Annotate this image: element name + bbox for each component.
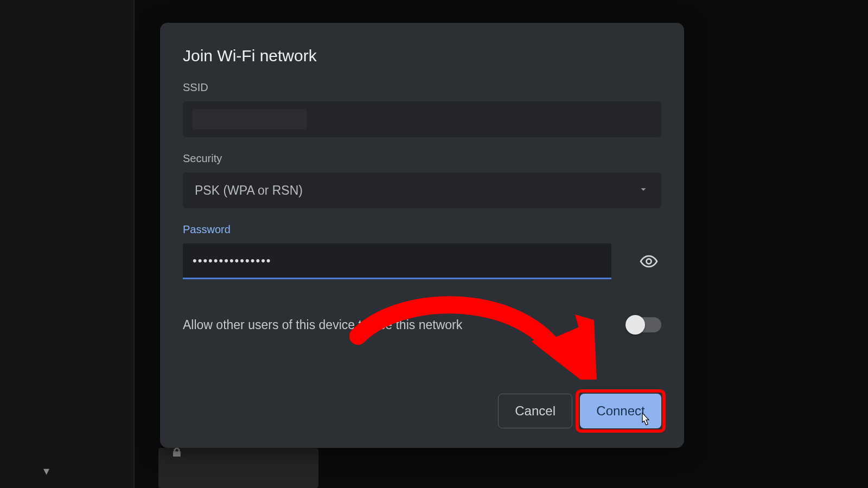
chevron-down-icon: ▾ [43, 464, 49, 478]
ssid-redacted-value [193, 109, 307, 130]
ssid-input[interactable] [183, 101, 661, 137]
connect-button-label: Connect [596, 403, 644, 419]
background-sidebar [0, 0, 135, 488]
join-wifi-dialog: Join Wi-Fi network SSID Security PSK (WP… [160, 23, 684, 448]
security-value: PSK (WPA or RSN) [195, 183, 303, 198]
share-network-toggle[interactable] [627, 317, 661, 332]
security-select[interactable]: PSK (WPA or RSN) [183, 172, 661, 208]
connect-button[interactable]: Connect [580, 394, 661, 428]
password-label: Password [183, 223, 661, 236]
share-network-label: Allow other users of this device to use … [183, 318, 462, 332]
ssid-label: SSID [183, 81, 661, 94]
cancel-button[interactable]: Cancel [498, 394, 572, 428]
toggle-knob [626, 315, 645, 335]
dialog-title: Join Wi-Fi network [183, 47, 661, 65]
dropdown-icon [637, 183, 649, 197]
svg-point-0 [646, 259, 651, 264]
show-password-button[interactable] [637, 250, 660, 273]
security-label: Security [183, 152, 661, 165]
password-input[interactable] [183, 243, 611, 279]
cancel-button-label: Cancel [515, 403, 556, 419]
